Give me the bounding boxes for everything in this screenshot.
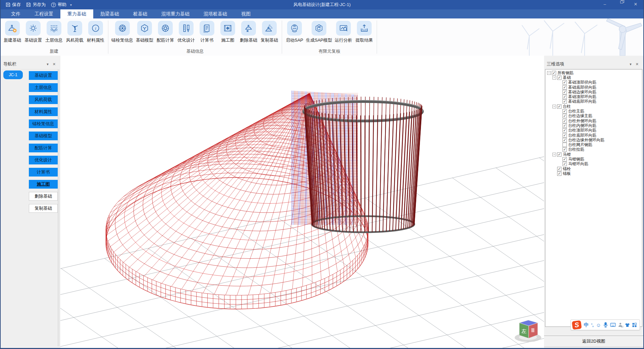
tab-project-settings[interactable]: 工程设置 bbox=[28, 9, 60, 18]
collapse-toggle-icon[interactable]: − bbox=[552, 153, 556, 156]
tab-file[interactable]: 文件 bbox=[4, 9, 28, 18]
nav-construction-drawing-button[interactable]: 施工图 bbox=[29, 180, 58, 189]
checkbox[interactable]: ✓ bbox=[562, 138, 567, 142]
anchor-cage-info-button[interactable]: 锚栓笼信息 bbox=[111, 21, 133, 43]
rebar-calculation-button[interactable]: 配筋计算 bbox=[156, 21, 175, 43]
run-analysis-button[interactable]: 运行分析 bbox=[334, 21, 353, 43]
close-button[interactable]: ✕ bbox=[628, 0, 643, 9]
checkbox[interactable]: ✓ bbox=[557, 167, 561, 171]
back-to-2d-button[interactable]: 返回2D视图 bbox=[544, 336, 643, 347]
checkbox[interactable]: ✓ bbox=[562, 157, 567, 161]
ime-keyboard-icon[interactable] bbox=[610, 323, 616, 327]
tree-item[interactable]: ✓基础底部环向筋 bbox=[545, 99, 642, 104]
tree-item[interactable]: ✓台柱拉筋 bbox=[545, 147, 642, 152]
nav-turbine-load-button[interactable]: 风机荷载 bbox=[29, 95, 58, 104]
tree-item-all-rebar[interactable]: −✓所有钢筋 bbox=[545, 70, 642, 75]
nav-panel-close-icon[interactable]: ✕ bbox=[51, 62, 58, 66]
tree-item[interactable]: ✓马镫环向筋 bbox=[545, 162, 642, 166]
ime-toolbox-icon[interactable] bbox=[632, 323, 637, 327]
blueprint-icon bbox=[223, 23, 232, 33]
tree-item-mesh-rebar-unchecked[interactable]: 台柱网片钢筋 bbox=[545, 142, 642, 147]
checkbox[interactable]: ✓ bbox=[562, 128, 567, 133]
checkbox[interactable]: ✓ bbox=[562, 90, 567, 94]
sogou-logo-icon[interactable]: S bbox=[572, 320, 582, 330]
tree-item-stirrup[interactable]: −✓马镫 bbox=[545, 152, 642, 157]
ime-passport-icon[interactable]: 22 bbox=[618, 322, 623, 327]
nav-rebar-calc-button[interactable]: 配筋计算 bbox=[29, 144, 58, 152]
tab-hybrid-pile-foundation[interactable]: 混塔桩基础 bbox=[197, 9, 234, 18]
tree-item[interactable]: ✓台柱边缘外侧环向筋 bbox=[545, 138, 642, 142]
collapse-toggle-icon[interactable]: − bbox=[552, 105, 556, 108]
checkbox[interactable]: ✓ bbox=[562, 147, 567, 152]
checkbox[interactable]: ✓ bbox=[557, 104, 561, 109]
ime-punctuation-icon[interactable]: ’, bbox=[591, 322, 593, 328]
material-properties-button[interactable]: i 材料属性 bbox=[86, 21, 105, 43]
tab-rib-beam-foundation[interactable]: 肋梁基础 bbox=[93, 9, 126, 18]
copy-foundation-button[interactable]: 复制基础 bbox=[260, 21, 279, 43]
save-button[interactable]: 保存 bbox=[4, 0, 22, 9]
ime-microphone-icon[interactable] bbox=[603, 322, 608, 328]
checkbox[interactable]: ✓ bbox=[557, 152, 561, 157]
new-foundation-button[interactable]: 新建基础 bbox=[3, 21, 22, 43]
ime-chinese-mode-icon[interactable]: 中 bbox=[584, 322, 589, 328]
delete-foundation-button[interactable]: 删除基础 bbox=[239, 21, 258, 43]
tab-hybrid-gravity-foundation[interactable]: 混塔重力基础 bbox=[154, 9, 197, 18]
checkbox[interactable]: ✓ bbox=[562, 80, 567, 85]
help-button[interactable]: 帮助 bbox=[49, 0, 68, 9]
checkbox[interactable]: ✓ bbox=[562, 85, 567, 90]
construction-drawing-button[interactable]: 施工图 bbox=[218, 21, 237, 43]
minimize-button[interactable]: – bbox=[597, 0, 612, 9]
nav-material-button[interactable]: 材料属性 bbox=[29, 107, 58, 116]
ime-skin-icon[interactable] bbox=[625, 323, 630, 327]
options-panel-close-icon[interactable]: ✕ bbox=[634, 62, 641, 66]
project-tab-jc1[interactable]: JC-1 bbox=[3, 70, 23, 79]
checkbox[interactable] bbox=[562, 143, 567, 147]
checkbox[interactable]: ✓ bbox=[557, 171, 561, 176]
tab-pile-foundation[interactable]: 桩基础 bbox=[126, 9, 154, 18]
tree-item[interactable]: ✓台柱主筋 bbox=[545, 109, 642, 113]
checkbox[interactable]: ✓ bbox=[562, 123, 567, 128]
foundation-model-button[interactable]: 基础模型 bbox=[135, 21, 154, 43]
checkbox[interactable]: ✓ bbox=[562, 162, 567, 166]
nav-delete-foundation-button[interactable]: 删除基础 bbox=[29, 192, 58, 201]
turbine-load-button[interactable]: 风机荷载 bbox=[65, 21, 84, 43]
quick-access-caret-icon[interactable]: ▾ bbox=[70, 3, 72, 7]
nav-panel-collapse-icon[interactable]: ▾ bbox=[45, 62, 51, 66]
launch-sap-button[interactable]: SAP 启动SAP bbox=[285, 21, 304, 43]
soil-layer-info-button[interactable]: 土层信息 bbox=[45, 21, 63, 43]
checkbox[interactable]: ✓ bbox=[562, 99, 567, 104]
ime-emoji-icon[interactable]: ☺ bbox=[596, 322, 601, 328]
nav-optimize-button[interactable]: 优化设计 bbox=[29, 156, 58, 164]
checkbox[interactable]: ✓ bbox=[562, 133, 567, 138]
foundation-settings-button[interactable]: 基础设置 bbox=[24, 21, 43, 43]
tree-item-anchor-bolt[interactable]: ✓锚栓 bbox=[545, 166, 642, 171]
checkbox[interactable]: ✓ bbox=[562, 109, 567, 113]
nav-anchor-cage-button[interactable]: 锚栓笼信息 bbox=[29, 119, 58, 128]
nav-foundation-settings-button[interactable]: 基础设置 bbox=[29, 71, 58, 80]
nav-copy-foundation-button[interactable]: 复制基础 bbox=[29, 204, 58, 213]
viewport-3d[interactable]: 左 bbox=[60, 56, 544, 348]
optimize-design-button[interactable]: 优化设计 bbox=[177, 21, 196, 43]
checkbox[interactable]: ✓ bbox=[562, 119, 567, 123]
checkbox[interactable]: ✓ bbox=[557, 76, 561, 80]
extract-results-button[interactable]: 提取结果 bbox=[355, 21, 374, 43]
tab-gravity-foundation[interactable]: 重力基础 bbox=[60, 9, 93, 18]
tree-item-pedestal[interactable]: −✓台柱 bbox=[545, 104, 642, 109]
options-panel-collapse-icon[interactable]: ▾ bbox=[628, 62, 634, 66]
nav-soil-layer-button[interactable]: 土层信息 bbox=[29, 83, 58, 92]
checkbox[interactable]: ✓ bbox=[552, 71, 556, 75]
calculation-report-button[interactable]: 计算书 bbox=[198, 21, 216, 43]
checkbox[interactable]: ✓ bbox=[562, 114, 567, 118]
collapse-toggle-icon[interactable]: − bbox=[552, 76, 556, 80]
nav-foundation-model-button[interactable]: 基础模型 bbox=[29, 132, 58, 140]
nav-panel-scrollbar[interactable] bbox=[58, 69, 60, 346]
restore-button[interactable] bbox=[612, 0, 628, 9]
collapse-toggle-icon[interactable]: − bbox=[547, 71, 551, 75]
checkbox[interactable]: ✓ bbox=[562, 95, 567, 99]
tree-item-anchor-plate[interactable]: ✓锚板 bbox=[545, 171, 642, 176]
nav-calc-report-button[interactable]: 计算书 bbox=[29, 168, 58, 177]
tree-item[interactable]: ✓马镫钢筋 bbox=[545, 157, 642, 161]
generate-sap-model-button[interactable]: SAP 生成SAP模型 bbox=[306, 21, 332, 43]
save-as-button[interactable]: 另存为 bbox=[24, 0, 47, 9]
tab-view[interactable]: 视图 bbox=[234, 9, 258, 18]
